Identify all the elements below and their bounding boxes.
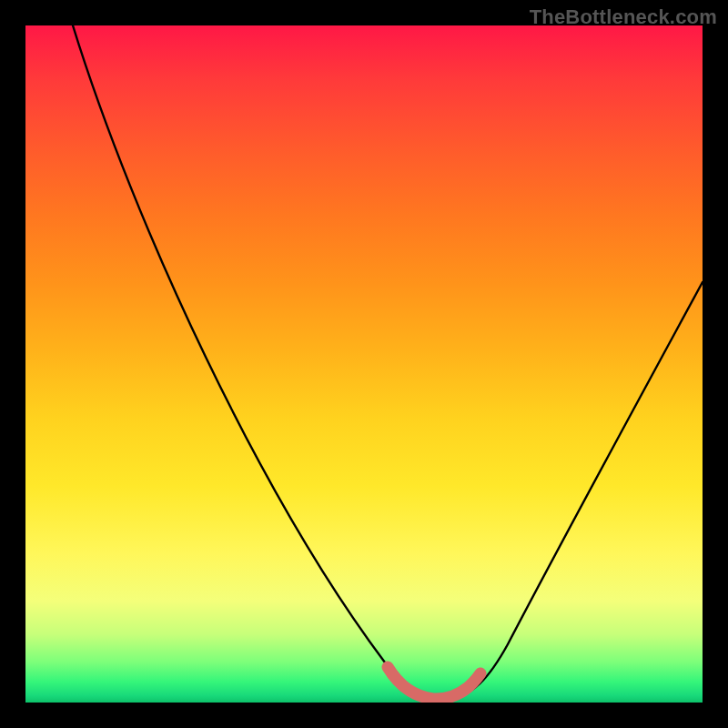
curve-layer xyxy=(25,25,703,703)
plot-area xyxy=(25,25,703,703)
bottleneck-curve-black xyxy=(73,25,703,697)
bottleneck-base-salmon xyxy=(388,667,480,699)
chart-frame: TheBottleneck.com xyxy=(0,0,728,728)
watermark-text: TheBottleneck.com xyxy=(530,5,717,29)
